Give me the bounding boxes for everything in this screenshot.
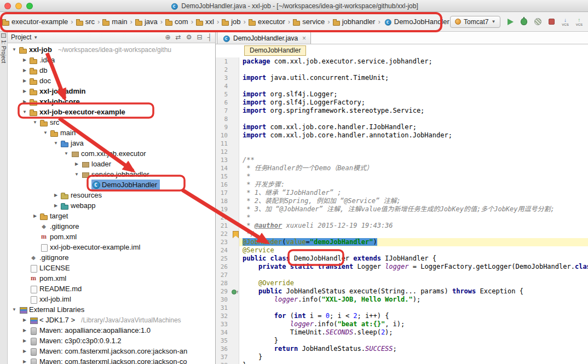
line-number[interactable]: 22 [216,230,231,238]
code-line-38[interactable]: 38} [216,361,588,364]
project-panel-title[interactable]: Project [11,33,31,41]
breadcrumb-item-jobhandler[interactable]: jobhandler [332,16,376,27]
tree-item-pom.xml[interactable]: pom.xml [8,232,215,242]
line-number[interactable]: 31 [216,304,231,312]
collapse-all-icon[interactable]: ⊟ [197,33,202,41]
tree-toggle-icon[interactable]: ▶ [20,89,29,94]
line-number[interactable]: 16 [216,181,231,189]
line-number[interactable]: 28 [216,279,231,287]
breadcrumb-item-src[interactable]: src [76,16,95,27]
code-line-21[interactable]: 21 * @author xuxueli 2015-12-19 19:43:36 [216,222,588,230]
code-line-10[interactable]: 10import com.xxl.job.core.handler.annota… [216,131,588,140]
line-number[interactable]: 14 [216,164,231,172]
line-number[interactable]: 15 [216,172,231,181]
tree-item-xxl-job-core[interactable]: ▶xxl-job-core [8,96,215,107]
editor-tab-demojobhandler[interactable]: DemoJobHandler.java × [217,32,311,44]
breadcrumb-item-job[interactable]: job [221,16,241,27]
code-line-31[interactable]: 31 [216,304,588,312]
breadcrumb-item-demojobhandler[interactable]: DemoJobHandler [383,16,450,27]
tree-toggle-icon[interactable]: ▶ [31,213,39,218]
code-line-32[interactable]: 32 for (int i = 0; i < 2; i++) { [216,312,588,320]
code-line-24[interactable]: 24@Service [216,246,588,255]
line-number[interactable]: 33 [216,320,231,328]
tree-item-external-libraries[interactable]: ▼External Libraries [8,304,215,315]
tree-item-maven-aopalliance-aopalliance-1.0[interactable]: ▶Maven: aopalliance:aopalliance:1.0 [8,325,215,336]
code-line-20[interactable]: 20 * [216,213,588,222]
override-gutter-icon[interactable] [231,287,239,296]
line-number[interactable]: 2 [216,66,231,74]
code-line-7[interactable]: 7import org.springframework.stereotype.S… [216,107,588,115]
code-line-36[interactable]: 36 return JobHandleStatus.SUCCESS; [216,345,588,353]
code-line-13[interactable]: 13/** [216,156,588,164]
line-number[interactable]: 21 [216,222,231,230]
code-line-19[interactable]: 19 * 3、加 “@JobHander” 注解, 注解value值为新增任务生… [216,205,588,213]
stop-button[interactable] [549,17,555,27]
line-number[interactable]: 8 [216,115,231,123]
locate-file-icon[interactable]: ⊕ [165,33,171,41]
code-line-22[interactable]: 22 */ [216,230,588,238]
tree-toggle-icon[interactable]: ▶ [20,328,29,333]
code-line-11[interactable]: 11 [216,140,588,148]
tree-toggle-icon[interactable]: ▼ [51,141,60,146]
tree-item-resources[interactable]: ▶resources [8,190,215,200]
code-line-27[interactable]: 27 [216,271,588,279]
tree-item-license[interactable]: LICENSE [8,263,215,273]
code-line-29[interactable]: 29 public JobHandleStatus execute(String… [216,287,588,296]
run-button[interactable] [508,17,514,27]
code-line-26[interactable]: 26 private static transient Logger logge… [216,263,588,271]
vcs-update-button[interactable]: ↓ VCS [562,18,568,26]
tree-item-pom.xml[interactable]: pom.xml [8,273,215,284]
breadcrumb-item-xxl[interactable]: xxl [195,16,215,27]
run-configuration-select[interactable]: Tomcat7 ▼ [450,16,500,28]
tree-toggle-icon[interactable]: ▶ [20,338,29,343]
tree-item-service.jobhandler[interactable]: ▼service.jobhandler [8,169,215,180]
tree-toggle-icon[interactable]: ▼ [20,109,29,114]
tree-toggle-icon[interactable]: ▼ [41,130,50,135]
code-line-15[interactable]: 15 * [216,172,588,181]
tree-item-jdk1.7[interactable]: ▶< JDK1.7 >/Library/Java/JavaVirtualMach… [8,315,215,325]
line-number[interactable]: 13 [216,156,231,164]
tree-item-.gitignore[interactable]: .gitignore [8,221,215,232]
minimize-window-button[interactable] [15,3,22,9]
line-number[interactable]: 38 [216,361,231,364]
code-line-16[interactable]: 16 * 开发步骤: [216,181,588,189]
code-line-33[interactable]: 33 logger.info("beat at:{}", i); [216,320,588,328]
line-number[interactable]: 32 [216,312,231,320]
code-line-1[interactable]: 1package com.xxl.job.executor.service.jo… [216,57,588,66]
line-number[interactable]: 19 [216,205,231,213]
line-number[interactable]: 30 [216,296,231,304]
tree-toggle-icon[interactable]: ▼ [10,47,19,52]
line-number[interactable]: 12 [216,148,231,156]
tree-item-doc[interactable]: ▶doc [8,76,215,86]
line-number[interactable]: 17 [216,189,231,197]
code-line-23[interactable]: 23@JobHander(value="demoJobHandler") [216,238,588,246]
tool-window-button-project[interactable]: 1: Project [1,40,7,63]
tree-item-.gitignore[interactable]: .gitignore [8,252,215,263]
line-number[interactable]: 24 [216,246,231,255]
run-with-coverage-button[interactable] [534,17,541,27]
tree-item-main[interactable]: ▼main [8,128,215,138]
tree-toggle-icon[interactable]: ▶ [20,78,29,83]
line-number[interactable]: 35 [216,337,231,345]
code-line-12[interactable]: 12 [216,148,588,156]
tree-toggle-icon[interactable]: ▼ [10,307,19,312]
line-number[interactable]: 37 [216,353,231,361]
breadcrumb-item-com[interactable]: com [165,16,189,27]
tree-toggle-icon[interactable]: ▶ [20,68,29,73]
tree-item-xxl-job[interactable]: ▼xxl-job~/workspaces/idea-git-workspace/… [8,44,215,55]
tree-item-db[interactable]: ▶db [8,65,215,76]
tree-item-target[interactable]: ▶target [8,211,215,221]
line-number[interactable]: 18 [216,197,231,205]
code-line-28[interactable]: 28 @Override [216,279,588,287]
tree-toggle-icon[interactable]: ▶ [72,161,81,166]
tree-item-com.xxl.job.executor[interactable]: ▼com.xxl.job.executor [8,148,215,159]
tree-item-loader[interactable]: ▶loader [8,159,215,169]
line-number[interactable]: 10 [216,131,231,140]
code-line-17[interactable]: 17 * 1、继承 “IJobHandler” ; [216,189,588,197]
code-line-5[interactable]: 5import org.slf4j.Logger; [216,90,588,99]
line-number[interactable]: 23 [216,238,231,246]
line-number[interactable]: 5 [216,90,231,99]
code-line-37[interactable]: 37 } [216,353,588,361]
tree-toggle-icon[interactable]: ▼ [62,151,71,156]
line-number[interactable]: 11 [216,140,231,148]
